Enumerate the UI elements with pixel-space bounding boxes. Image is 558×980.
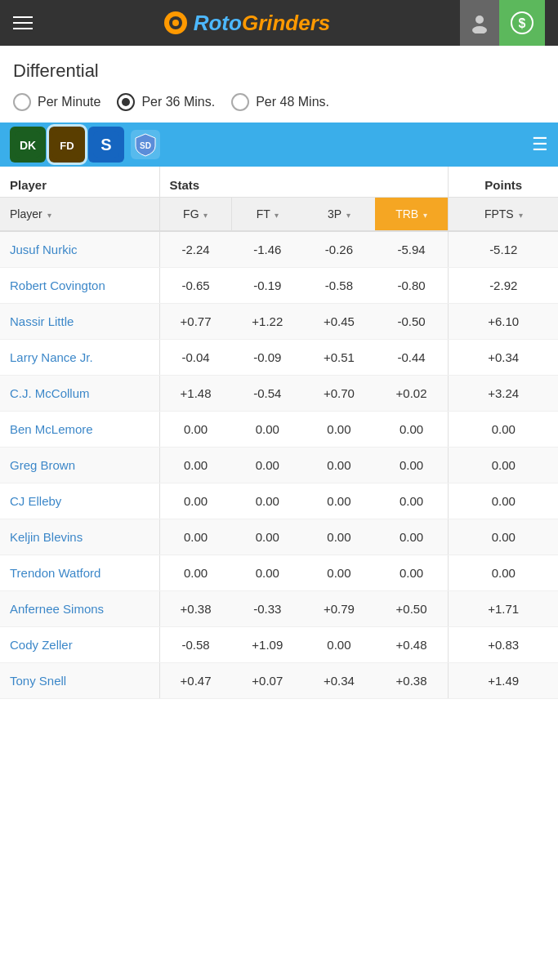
trb-cell: 0.00 [375,483,449,519]
time-radio-group: Per Minute Per 36 Mins. Per 48 Mins. [13,93,545,111]
col-header-ft[interactable]: FT ▾ [232,198,304,232]
fpts-cell: +1.71 [449,591,558,627]
player-name-cell[interactable]: Trendon Watford [0,555,159,591]
site-icon-fd[interactable]: FD [49,127,85,163]
table-menu-icon[interactable]: ☰ [532,134,548,155]
fpts-cell: 0.00 [449,555,558,591]
fpts-cell: +3.24 [449,376,558,412]
col-header-player[interactable]: Player ▾ [0,198,159,232]
radio-circle-per-48 [231,93,249,111]
radio-label-per-48: Per 48 Mins. [256,95,329,109]
section-player-label: Player [0,167,159,198]
dollar-icon: $ [511,11,533,34]
ft-cell: 0.00 [232,483,304,519]
3p-cell: +0.45 [303,304,375,340]
fpts-cell: +0.34 [449,340,558,376]
player-name-cell[interactable]: Nassir Little [0,304,159,340]
radio-circle-per-minute [13,93,31,111]
3p-cell: 0.00 [303,627,375,663]
col-header-fg[interactable]: FG ▾ [159,198,232,232]
col-header-3p[interactable]: 3P ▾ [303,198,375,232]
logo: RotoGrinders [163,10,331,36]
player-name-cell[interactable]: Greg Brown [0,448,159,483]
ft-cell: 0.00 [232,555,304,591]
3p-cell: +0.34 [303,663,375,699]
fpts-cell: +0.83 [449,627,558,663]
player-name-cell[interactable]: CJ Elleby [0,483,159,519]
trb-cell: +0.02 [375,376,449,412]
radio-per-36[interactable]: Per 36 Mins. [117,93,215,111]
differential-title: Differential [13,60,545,82]
ft-cell: -0.09 [232,340,304,376]
svg-point-2 [172,20,179,26]
fpts-cell: -2.92 [449,268,558,304]
player-name-cell[interactable]: Keljin Blevins [0,519,159,555]
stats-table: Player Stats Points Player ▾ FG ▾ FT ▾ [0,167,558,699]
ft-cell: 0.00 [232,519,304,555]
ft-cell: +0.07 [232,663,304,699]
trb-cell: +0.48 [375,627,449,663]
fg-cell: +1.48 [159,376,232,412]
ft-cell: -1.46 [232,231,304,268]
svg-text:$: $ [519,16,526,30]
hamburger-menu[interactable] [13,16,33,29]
section-stats-label: Stats [159,167,449,198]
3p-sort-arrow: ▾ [346,211,350,220]
trb-cell: -5.94 [375,231,449,268]
site-icon-superdraft[interactable]: S [88,127,124,163]
trb-cell: 0.00 [375,448,449,483]
player-name-cell[interactable]: Ben McLemore [0,412,159,448]
player-name-cell[interactable]: C.J. McCollum [0,376,159,412]
table-row: CJ Elleby0.000.000.000.000.00 [0,483,558,519]
3p-cell: -0.26 [303,231,375,268]
section-points-label: Points [449,167,558,198]
svg-point-4 [472,26,487,33]
fpts-cell: +6.10 [449,304,558,340]
ft-cell: 0.00 [232,412,304,448]
trb-cell: -0.50 [375,304,449,340]
table-row: Trendon Watford0.000.000.000.000.00 [0,555,558,591]
fpts-sort-arrow: ▾ [519,211,523,220]
fg-sort-arrow: ▾ [203,211,208,220]
3p-cell: +0.70 [303,376,375,412]
player-name-cell[interactable]: Robert Covington [0,268,159,304]
logo-grinders: Grinders [242,11,330,35]
column-header-row: Player ▾ FG ▾ FT ▾ 3P ▾ TRB ▾ [0,198,558,232]
trb-sort-arrow: ▾ [423,211,427,220]
fg-cell: -2.24 [159,231,232,268]
player-name-cell[interactable]: Cody Zeller [0,627,159,663]
svg-text:FD: FD [60,140,74,152]
table-row: Tony Snell+0.47+0.07+0.34+0.38+1.49 [0,663,558,699]
player-name-cell[interactable]: Jusuf Nurkic [0,231,159,268]
radio-label-per-minute: Per Minute [38,95,100,109]
fpts-cell: 0.00 [449,519,558,555]
player-name-cell[interactable]: Anfernee Simons [0,591,159,627]
user-profile-button[interactable] [460,0,499,46]
radio-circle-per-36 [117,93,135,111]
fg-cell: 0.00 [159,448,232,483]
svg-point-3 [475,16,484,24]
col-header-fpts[interactable]: FPTS ▾ [449,198,558,232]
table-row: Nassir Little+0.77+1.22+0.45-0.50+6.10 [0,304,558,340]
dollar-button[interactable]: $ [499,0,545,46]
table-row: Anfernee Simons+0.38-0.33+0.79+0.50+1.71 [0,591,558,627]
ft-cell: -0.19 [232,268,304,304]
logo-roto: Roto [194,11,242,35]
logo-icon [163,10,189,36]
ft-cell: +1.09 [232,627,304,663]
player-name-cell[interactable]: Larry Nance Jr. [0,340,159,376]
site-icon-sd[interactable]: SD [127,127,163,163]
table-body: Jusuf Nurkic-2.24-1.46-0.26-5.94-5.12Rob… [0,231,558,699]
svg-text:DK: DK [20,139,36,152]
table-row: Jusuf Nurkic-2.24-1.46-0.26-5.94-5.12 [0,231,558,268]
trb-cell: -0.44 [375,340,449,376]
col-header-trb[interactable]: TRB ▾ [375,198,449,232]
fpts-cell: 0.00 [449,412,558,448]
fg-cell: 0.00 [159,483,232,519]
table-row: Ben McLemore0.000.000.000.000.00 [0,412,558,448]
site-icon-dk[interactable]: DK [10,127,46,163]
player-name-cell[interactable]: Tony Snell [0,663,159,699]
trb-cell: -0.80 [375,268,449,304]
radio-per-minute[interactable]: Per Minute [13,93,100,111]
radio-per-48[interactable]: Per 48 Mins. [231,93,329,111]
